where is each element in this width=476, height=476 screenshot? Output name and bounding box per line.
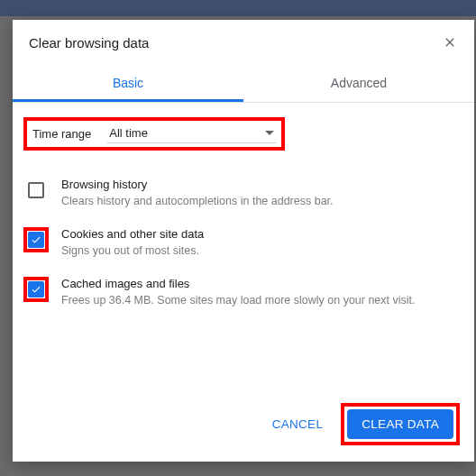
tabs: Basic Advanced (13, 65, 474, 103)
clear-browsing-data-dialog: Clear browsing data Basic Advanced Time … (13, 20, 474, 462)
option-title: Browsing history (61, 178, 463, 191)
time-range-highlight: Time range All time (23, 117, 285, 151)
time-range-label: Time range (32, 127, 91, 141)
option-desc: Frees up 36.4 MB. Some sites may load mo… (61, 293, 463, 308)
checkbox-highlight (23, 277, 49, 302)
option-row: Browsing historyClears history and autoc… (23, 169, 463, 218)
checkbox-highlight (23, 178, 49, 203)
checkbox[interactable] (28, 232, 44, 248)
tab-advanced[interactable]: Advanced (243, 65, 474, 102)
checkbox-highlight (23, 227, 49, 252)
close-icon[interactable] (442, 34, 458, 50)
chevron-down-icon (265, 131, 274, 135)
time-range-select[interactable]: All time (107, 124, 276, 143)
tab-basic[interactable]: Basic (13, 65, 243, 102)
option-row: Cached images and filesFrees up 36.4 MB.… (23, 268, 463, 317)
dialog-title: Clear browsing data (29, 35, 149, 50)
option-row: Cookies and other site dataSigns you out… (23, 218, 463, 268)
cancel-button[interactable]: CANCEL (260, 410, 336, 438)
time-range-value: All time (109, 126, 148, 140)
clear-data-button[interactable]: CLEAR DATA (347, 409, 453, 439)
checkbox[interactable] (28, 281, 44, 298)
clear-data-highlight: CLEAR DATA (341, 403, 460, 445)
option-desc: Signs you out of most sites. (61, 243, 463, 259)
option-desc: Clears history and autocompletions in th… (61, 194, 463, 209)
option-title: Cookies and other site data (61, 227, 463, 241)
option-title: Cached images and files (61, 277, 463, 290)
checkbox[interactable] (28, 182, 44, 198)
